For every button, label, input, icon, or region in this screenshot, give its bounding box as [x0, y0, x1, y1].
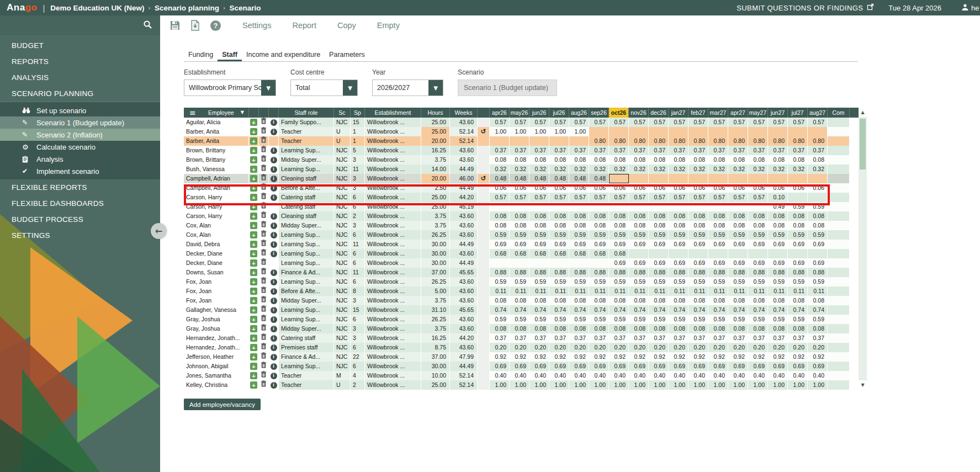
weeks-cell[interactable]: 52.14: [450, 136, 478, 146]
undo-icon[interactable]: ↺: [478, 127, 489, 136]
month-cell-nov26[interactable]: 0.32: [629, 165, 649, 174]
month-cell-dec26[interactable]: 0.69: [649, 258, 669, 268]
info-button[interactable]: i: [271, 373, 277, 379]
month-cell-mar27[interactable]: 0.08: [708, 155, 728, 165]
employee-name-cell[interactable]: Campbell, Adrian: [184, 174, 249, 183]
month-cell-may26[interactable]: 0.08: [510, 155, 529, 165]
delete-row-button[interactable]: [261, 333, 267, 343]
month-cell-aug26[interactable]: 0.08: [569, 324, 589, 333]
month-cell-may27[interactable]: [748, 249, 768, 258]
month-cell-aug27[interactable]: 0.88: [808, 268, 828, 277]
month-cell-aug27[interactable]: 0.37: [808, 333, 828, 343]
month-cell-jun26[interactable]: [529, 136, 549, 146]
month-cell-aug27[interactable]: 0.08: [808, 324, 828, 333]
month-cell-jun27[interactable]: 0.69: [768, 240, 788, 249]
month-cell-jun27[interactable]: 0.08: [768, 324, 788, 333]
month-cell-oct26[interactable]: 0.59: [609, 277, 629, 287]
month-cell-jun27[interactable]: 0.06: [768, 183, 788, 193]
month-cell-nov26[interactable]: 0.11: [629, 287, 649, 296]
hours-cell[interactable]: 30.00: [421, 362, 450, 371]
weeks-cell[interactable]: 43.60: [450, 211, 478, 221]
month-cell-jul27[interactable]: 0.08: [788, 324, 808, 333]
add-row-button[interactable]: +: [250, 203, 257, 210]
comment-cell[interactable]: [828, 221, 850, 230]
month-cell-jun27[interactable]: 0.37: [768, 333, 788, 343]
month-cell-jul27[interactable]: 0.08: [788, 221, 808, 230]
add-row-button[interactable]: +: [250, 259, 257, 267]
hours-cell[interactable]: 3.75: [421, 324, 450, 333]
month-cell-sep26[interactable]: 0.59: [589, 277, 609, 287]
month-cell-apr26[interactable]: 0.08: [490, 221, 510, 230]
hours-cell[interactable]: 3.75: [421, 211, 450, 221]
month-cell-apr27[interactable]: [728, 174, 748, 183]
month-cell-apr26[interactable]: 0.57: [490, 193, 510, 202]
month-cell-aug27[interactable]: [808, 127, 828, 136]
month-cell-jun26[interactable]: [529, 202, 549, 211]
month-cell-feb27[interactable]: 0.92: [688, 352, 708, 362]
month-cell-dec26[interactable]: 0.80: [649, 136, 669, 146]
menu-empty[interactable]: Empty: [377, 21, 400, 30]
month-cell-apr26[interactable]: 0.88: [490, 268, 510, 277]
month-cell-feb27[interactable]: 0.11: [688, 287, 708, 296]
month-cell-mar27[interactable]: 0.59: [708, 277, 728, 287]
month-cell-jan27[interactable]: 0.37: [669, 146, 688, 155]
month-cell-apr27[interactable]: 0.08: [728, 324, 748, 333]
add-row-button[interactable]: +: [250, 147, 257, 154]
month-cell-jan27[interactable]: 0.57: [669, 118, 688, 127]
info-button[interactable]: i: [271, 119, 277, 126]
month-cell-may26[interactable]: 0.08: [510, 211, 529, 221]
month-cell-jul27[interactable]: 0.92: [788, 352, 808, 362]
info-button[interactable]: i: [271, 382, 277, 389]
month-cell-jun26[interactable]: 0.37: [529, 333, 549, 343]
month-cell-jun26[interactable]: 0.59: [529, 315, 549, 324]
menu-settings[interactable]: Settings: [242, 21, 271, 30]
month-cell-apr26[interactable]: 0.59: [490, 315, 510, 324]
month-cell-aug27[interactable]: 0.59: [808, 277, 828, 287]
submenu-item-set-up-scenario[interactable]: Set up scenario: [0, 104, 160, 116]
month-cell-mar27[interactable]: 0.37: [708, 146, 728, 155]
sidebar-item-reports[interactable]: REPORTS: [0, 54, 160, 70]
month-cell-may26[interactable]: 0.32: [510, 165, 529, 174]
month-cell-mar27[interactable]: 0.08: [708, 211, 728, 221]
month-cell-apr26[interactable]: 0.57: [490, 118, 510, 127]
month-cell-jul26[interactable]: 0.37: [549, 146, 569, 155]
month-cell-jun26[interactable]: 0.37: [529, 146, 549, 155]
month-cell-sep26[interactable]: 0.08: [589, 296, 609, 305]
month-cell-jul27[interactable]: 0.08: [788, 155, 808, 165]
month-cell-jun27[interactable]: 1.00: [768, 380, 788, 390]
comment-cell[interactable]: [828, 183, 850, 193]
month-cell-aug26[interactable]: 0.40: [569, 371, 589, 380]
delete-row-button[interactable]: [261, 277, 267, 287]
month-cell-dec26[interactable]: 0.08: [649, 296, 669, 305]
month-cell-dec26[interactable]: 0.57: [649, 193, 669, 202]
month-cell-sep26[interactable]: 0.37: [589, 146, 609, 155]
month-cell-feb27[interactable]: 0.69: [688, 258, 708, 268]
month-cell-aug26[interactable]: 0.48: [569, 174, 589, 183]
info-button[interactable]: i: [271, 147, 277, 154]
comment-cell[interactable]: [828, 230, 850, 240]
sidebar-item-scenario-planning[interactable]: SCENARIO PLANNING: [0, 86, 160, 102]
hours-cell[interactable]: 25.00: [421, 118, 450, 127]
month-cell-feb27[interactable]: 0.32: [688, 165, 708, 174]
month-cell-may27[interactable]: [748, 127, 768, 136]
hours-cell[interactable]: 14.00: [421, 165, 450, 174]
month-cell-aug27[interactable]: 0.69: [808, 258, 828, 268]
add-row-button[interactable]: +: [250, 335, 257, 342]
chevron-down-icon[interactable]: ▼: [343, 80, 357, 96]
scroll-up-button[interactable]: ▲: [859, 108, 867, 117]
month-cell-apr27[interactable]: 0.59: [728, 315, 748, 324]
month-cell-jun27[interactable]: 0.57: [768, 118, 788, 127]
month-cell-aug27[interactable]: [808, 174, 828, 183]
comment-cell[interactable]: [828, 268, 850, 277]
month-cell-oct26[interactable]: 0.11: [609, 287, 629, 296]
month-cell-nov26[interactable]: 0.06: [629, 183, 649, 193]
month-cell-may26[interactable]: [510, 136, 529, 146]
month-cell-may26[interactable]: [510, 202, 529, 211]
month-cell-nov26[interactable]: 0.08: [629, 155, 649, 165]
add-row-button[interactable]: +: [250, 297, 257, 304]
month-cell-jan27[interactable]: 0.59: [669, 315, 688, 324]
month-cell-may27[interactable]: 0.20: [748, 343, 768, 352]
employee-name-cell[interactable]: Brown, Brittany: [184, 146, 249, 155]
month-cell-may27[interactable]: 0.06: [748, 183, 768, 193]
month-cell-apr27[interactable]: 0.08: [728, 211, 748, 221]
